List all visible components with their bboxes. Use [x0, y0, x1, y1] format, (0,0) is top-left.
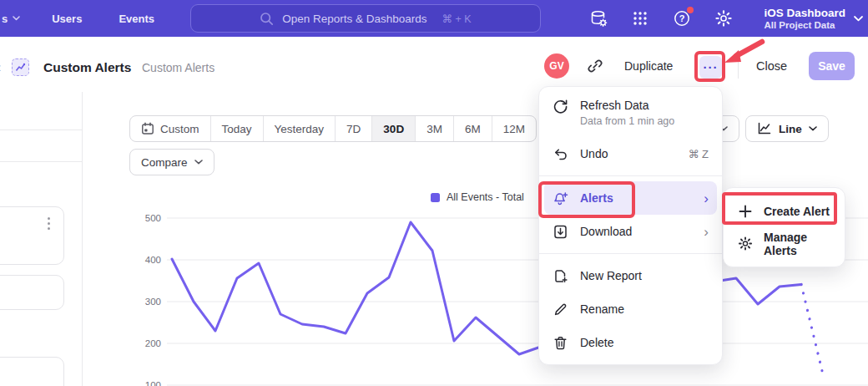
breadcrumb: Custom Alerts: [142, 61, 214, 74]
chevron-down-icon: [194, 160, 203, 165]
card-partial[interactable]: [0, 275, 64, 310]
nav-boards-partial[interactable]: s: [2, 13, 20, 25]
top-navbar: s Users Events Open Reports & Dashboards…: [0, 0, 868, 37]
divider: [738, 57, 739, 79]
chevron-down-icon: [13, 16, 20, 21]
divider: [0, 161, 82, 162]
notification-dot: [687, 7, 694, 13]
divider: [0, 130, 82, 130]
left-panel: [0, 92, 83, 386]
legend-label: All Events - Total: [447, 191, 524, 203]
legend-swatch: [431, 193, 440, 202]
download-icon: [553, 224, 568, 240]
nav-item-users[interactable]: Users: [52, 13, 82, 25]
new-report-icon: [553, 268, 568, 284]
copy-link-icon[interactable]: [586, 57, 604, 75]
divider: [539, 253, 722, 254]
date-range-12m[interactable]: 12M: [492, 116, 536, 141]
apps-grid-icon[interactable]: [630, 8, 650, 28]
search-icon: [260, 12, 274, 26]
line-chart-icon: [757, 122, 772, 135]
trash-icon: [553, 335, 568, 351]
settings-gear-icon[interactable]: [714, 8, 734, 28]
menu-item-delete[interactable]: Delete: [539, 326, 722, 359]
date-range-custom[interactable]: Custom: [130, 116, 211, 141]
gear-icon: [738, 236, 753, 251]
undo-icon: [553, 146, 568, 162]
more-options-menu: Refresh Data Data from 1 min ago Undo ⌘ …: [538, 86, 723, 365]
svg-text:100: 100: [145, 380, 161, 386]
chart-type-selector[interactable]: Line: [745, 115, 829, 142]
duplicate-button[interactable]: Duplicate: [624, 59, 673, 73]
date-range-6m[interactable]: 6M: [454, 116, 492, 141]
project-switcher[interactable]: iOS Dashboard All Project Data: [764, 0, 863, 37]
submenu-item-manage-alerts[interactable]: Manage Alerts: [724, 227, 845, 260]
submenu-chevron-icon: ›: [704, 225, 709, 239]
date-range-3m[interactable]: 3M: [416, 116, 454, 141]
nav-item-events[interactable]: Events: [119, 13, 154, 25]
search-placeholder: Open Reports & Dashboards: [282, 13, 426, 25]
menu-item-download[interactable]: Download ›: [539, 215, 722, 248]
chart-legend: All Events - Total: [431, 191, 524, 203]
plus-icon: [738, 204, 753, 219]
page-title: Custom Alerts: [43, 60, 131, 75]
svg-text:300: 300: [145, 297, 161, 307]
report-icon: [12, 58, 29, 76]
project-scope: All Project Data: [764, 20, 845, 31]
card-partial[interactable]: [0, 357, 64, 386]
bell-plus-icon: [553, 190, 568, 206]
menu-item-undo[interactable]: Undo ⌘ Z: [539, 137, 722, 170]
back-chevron-partial: ‹: [0, 60, 1, 75]
date-range-30d[interactable]: 30D: [372, 116, 416, 141]
date-range-selector: Custom Today Yesterday 7D 30D 3M 6M 12M: [129, 115, 537, 142]
app-window: 500400300200100 All Events - Total s Use…: [0, 0, 868, 386]
nav-icon-group: ?: [588, 0, 734, 37]
date-range-today[interactable]: Today: [211, 116, 264, 141]
refresh-status: Data from 1 min ago: [580, 115, 674, 127]
svg-text:400: 400: [145, 255, 161, 265]
divider: [539, 175, 722, 176]
alerts-submenu: Create Alert Manage Alerts: [723, 187, 845, 267]
card-partial[interactable]: [0, 206, 64, 265]
report-header: ‹ Custom Alerts Custom Alerts GV Duplica…: [0, 37, 868, 92]
menu-item-rename[interactable]: Rename: [539, 292, 722, 326]
kebab-menu-icon[interactable]: [48, 217, 50, 230]
undo-shortcut: ⌘ Z: [688, 148, 709, 160]
submenu-chevron-icon: ›: [704, 191, 709, 206]
svg-text:?: ?: [679, 13, 685, 23]
project-name: iOS Dashboard: [764, 7, 845, 20]
search-input[interactable]: Open Reports & Dashboards ⌘ + K: [190, 4, 541, 33]
calendar-icon: [141, 122, 154, 135]
svg-text:200: 200: [145, 338, 161, 348]
refresh-icon: [553, 99, 568, 114]
date-range-yesterday[interactable]: Yesterday: [264, 116, 336, 141]
chevron-down-icon: [809, 126, 817, 131]
data-connections-icon[interactable]: [588, 8, 608, 28]
date-range-7d[interactable]: 7D: [336, 116, 372, 141]
close-button[interactable]: Close: [756, 59, 787, 73]
menu-item-new-report[interactable]: New Report: [539, 259, 722, 292]
avatar[interactable]: GV: [544, 53, 569, 79]
help-icon[interactable]: ?: [672, 8, 692, 28]
submenu-item-create-alert[interactable]: Create Alert: [724, 195, 845, 227]
save-button[interactable]: Save: [809, 52, 855, 80]
menu-item-alerts[interactable]: Alerts ›: [544, 181, 717, 215]
more-options-button[interactable]: ···: [699, 56, 722, 79]
svg-text:500: 500: [145, 213, 161, 223]
pencil-icon: [553, 302, 568, 317]
menu-item-refresh-data[interactable]: Refresh Data Data from 1 min ago: [539, 92, 722, 137]
search-shortcut: ⌘ + K: [442, 13, 472, 25]
chevron-down-icon: [854, 16, 863, 22]
compare-button[interactable]: Compare: [129, 149, 214, 175]
